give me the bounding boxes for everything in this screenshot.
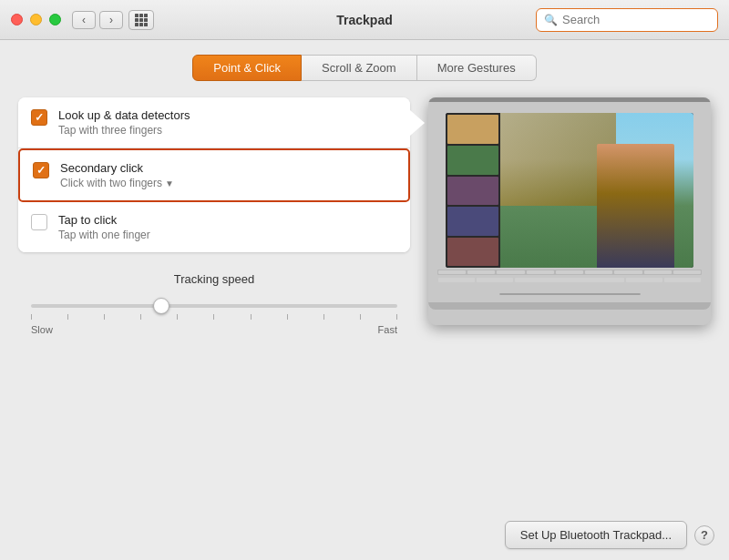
thumb-1 [447, 115, 498, 144]
search-box[interactable]: 🔍 [536, 8, 718, 32]
slider-labels: Slow Fast [31, 324, 397, 335]
help-button[interactable]: ? [694, 525, 714, 545]
setting-lookup-text: Look up & data detectors Tap with three … [58, 108, 397, 137]
screen-sidebar [446, 113, 500, 268]
grid-icon [135, 14, 148, 26]
tab-more-gestures[interactable]: More Gestures [417, 55, 537, 81]
bottom-bar: Set Up Bluetooth Trackpad... ? [505, 521, 714, 549]
titlebar: ‹ › Trackpad 🔍 [0, 0, 729, 40]
setting-lookup-title: Look up & data detectors [58, 108, 397, 122]
window-controls [11, 14, 61, 25]
slider-fast-label: Fast [378, 324, 397, 335]
setting-arrow [410, 110, 425, 136]
setting-tap-to-click: Tap to click Tap with one finger [18, 202, 410, 252]
setting-tap-to-click-title: Tap to click [58, 213, 397, 227]
setting-secondary-click: ✓ Secondary click Click with two fingers… [18, 148, 410, 202]
nav-buttons: ‹ › [72, 11, 123, 29]
back-button[interactable]: ‹ [72, 11, 96, 29]
bluetooth-trackpad-button[interactable]: Set Up Bluetooth Trackpad... [505, 521, 687, 549]
checkbox-secondary-click[interactable]: ✓ [33, 162, 49, 178]
main-panel: ✓ Look up & data detectors Tap with thre… [18, 97, 711, 335]
laptop-mockup [428, 97, 711, 325]
tab-scroll-zoom[interactable]: Scroll & Zoom [302, 55, 417, 81]
thumb-4 [447, 207, 498, 236]
search-input[interactable] [562, 13, 710, 26]
grid-button[interactable] [128, 10, 154, 30]
tab-bar: Point & Click Scroll & Zoom More Gesture… [18, 55, 711, 81]
checkbox-tap-to-click[interactable] [31, 214, 47, 230]
screen-person [597, 144, 674, 268]
settings-container: ✓ Look up & data detectors Tap with thre… [18, 97, 410, 252]
preview-area [428, 97, 711, 335]
setting-tap-to-click-text: Tap to click Tap with one finger [58, 213, 397, 241]
thumb-3 [447, 177, 498, 206]
setting-lookup: ✓ Look up & data detectors Tap with thre… [18, 97, 410, 148]
setting-lookup-subtitle: Tap with three fingers [58, 124, 397, 137]
slider-slow-label: Slow [31, 324, 53, 335]
screen-content [446, 113, 694, 268]
content-area: Point & Click Scroll & Zoom More Gesture… [0, 40, 729, 560]
maximize-button[interactable] [49, 14, 61, 25]
setting-tap-to-click-subtitle: Tap with one finger [58, 229, 397, 241]
window-title: Trackpad [336, 13, 392, 27]
laptop-screen [446, 113, 694, 268]
slider-label: Tracking speed [27, 272, 401, 286]
forward-button[interactable]: › [99, 11, 123, 29]
search-icon: 🔍 [544, 14, 558, 26]
checkmark-icon: ✓ [35, 112, 44, 123]
thumb-2 [447, 146, 498, 175]
setting-secondary-click-title: Secondary click [60, 161, 395, 175]
slider-ticks [31, 314, 397, 320]
thumb-5 [447, 238, 498, 267]
tab-point-click[interactable]: Point & Click [192, 55, 302, 81]
setting-secondary-click-subtitle: Click with two fingers ▼ [60, 177, 395, 189]
close-button[interactable] [11, 14, 23, 25]
settings-list: ✓ Look up & data detectors Tap with thre… [18, 97, 410, 335]
screen-main-photo [500, 113, 694, 268]
checkmark-icon: ✓ [36, 165, 46, 176]
slider-section: Tracking speed Slow Fast [18, 272, 410, 335]
dropdown-arrow-icon: ▼ [165, 178, 174, 188]
minimize-button[interactable] [30, 14, 42, 25]
laptop-trackpad [499, 293, 641, 295]
setting-secondary-click-text: Secondary click Click with two fingers ▼ [60, 161, 395, 189]
tracking-speed-slider[interactable] [31, 304, 397, 308]
checkbox-lookup[interactable]: ✓ [31, 109, 47, 126]
